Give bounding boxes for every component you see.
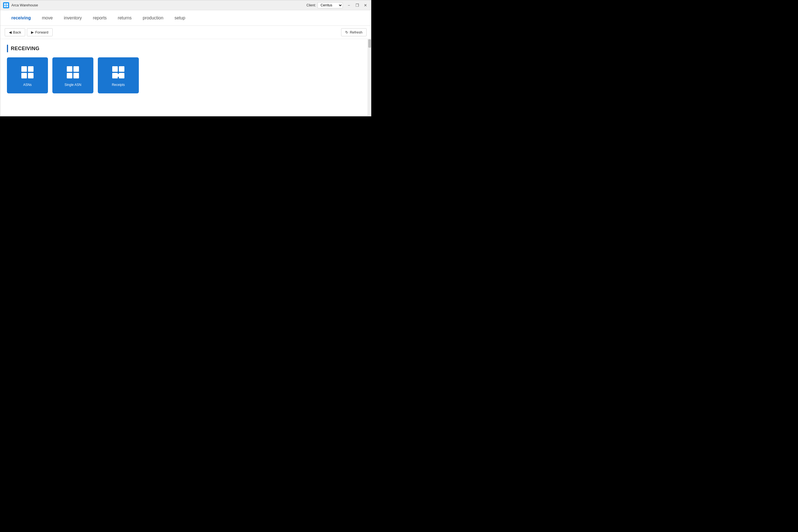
card-single-asn[interactable]: Single ASN bbox=[52, 57, 93, 93]
section-indicator bbox=[7, 44, 8, 52]
main-content: RECEIVING ASNs bbox=[0, 39, 371, 116]
svg-rect-12 bbox=[73, 73, 79, 78]
title-bar-left: Arca Warehouse bbox=[3, 2, 38, 8]
back-arrow-icon: ◀ bbox=[9, 30, 12, 34]
app-window: Arca Warehouse Client: Cerritus − ❐ ✕ re… bbox=[0, 0, 371, 116]
toolbar: ◀ Back ▶ Forward ↻ Refresh bbox=[0, 26, 371, 39]
cards-container: ASNs Single ASN bbox=[7, 57, 364, 93]
window-controls: − ❐ ✕ bbox=[346, 2, 368, 8]
svg-rect-6 bbox=[21, 73, 27, 78]
svg-rect-10 bbox=[73, 66, 79, 72]
back-button[interactable]: ◀ Back bbox=[5, 28, 25, 36]
nav-item-setup[interactable]: setup bbox=[169, 11, 191, 25]
back-label: Back bbox=[13, 30, 21, 34]
receipts-icon bbox=[110, 64, 127, 81]
title-bar-right: Client: Cerritus − ❐ ✕ bbox=[306, 2, 368, 8]
title-bar: Arca Warehouse Client: Cerritus − ❐ ✕ bbox=[0, 0, 371, 10]
app-title: Arca Warehouse bbox=[11, 3, 38, 7]
forward-label: Forward bbox=[35, 30, 49, 34]
app-logo bbox=[3, 2, 9, 8]
refresh-button[interactable]: ↻ Refresh bbox=[341, 28, 366, 36]
nav-item-move[interactable]: move bbox=[36, 11, 58, 25]
forward-button[interactable]: ▶ Forward bbox=[27, 28, 53, 36]
client-selector: Client: Cerritus bbox=[306, 2, 343, 8]
svg-rect-1 bbox=[6, 3, 8, 5]
section-header: RECEIVING bbox=[7, 44, 364, 52]
toolbar-left: ◀ Back ▶ Forward bbox=[5, 28, 53, 36]
single-asn-icon bbox=[64, 64, 81, 81]
nav-item-returns[interactable]: returns bbox=[112, 11, 137, 25]
svg-rect-5 bbox=[28, 66, 34, 72]
single-asn-label: Single ASN bbox=[63, 83, 82, 87]
client-dropdown[interactable]: Cerritus bbox=[318, 2, 343, 8]
svg-rect-4 bbox=[21, 66, 27, 72]
svg-rect-0 bbox=[4, 3, 6, 5]
svg-rect-14 bbox=[112, 66, 118, 72]
forward-arrow-icon: ▶ bbox=[31, 30, 34, 34]
nav-bar: receiving move inventory reports returns… bbox=[0, 10, 371, 26]
section-title: RECEIVING bbox=[11, 46, 40, 52]
maximize-button[interactable]: ❐ bbox=[355, 2, 360, 8]
minimize-button[interactable]: − bbox=[346, 2, 352, 8]
nav-item-inventory[interactable]: inventory bbox=[58, 11, 87, 25]
card-asns[interactable]: ASNs bbox=[7, 57, 48, 93]
svg-rect-9 bbox=[67, 66, 72, 72]
scrollbar-thumb bbox=[368, 39, 371, 48]
asns-icon bbox=[19, 64, 36, 81]
refresh-label: Refresh bbox=[350, 30, 362, 34]
refresh-icon: ↻ bbox=[345, 30, 348, 34]
card-receipts[interactable]: Receipts bbox=[98, 57, 139, 93]
nav-item-production[interactable]: production bbox=[137, 11, 169, 25]
svg-rect-15 bbox=[119, 66, 125, 72]
close-button[interactable]: ✕ bbox=[363, 2, 368, 8]
svg-rect-3 bbox=[6, 5, 8, 7]
receipts-label: Receipts bbox=[111, 83, 126, 87]
asns-label: ASNs bbox=[22, 83, 33, 87]
main-content-wrapper: RECEIVING ASNs bbox=[0, 39, 371, 116]
scrollbar[interactable] bbox=[368, 39, 371, 116]
svg-rect-2 bbox=[4, 5, 6, 7]
client-label: Client: bbox=[306, 3, 316, 7]
nav-item-reports[interactable]: reports bbox=[87, 11, 112, 25]
nav-item-receiving[interactable]: receiving bbox=[6, 11, 36, 25]
